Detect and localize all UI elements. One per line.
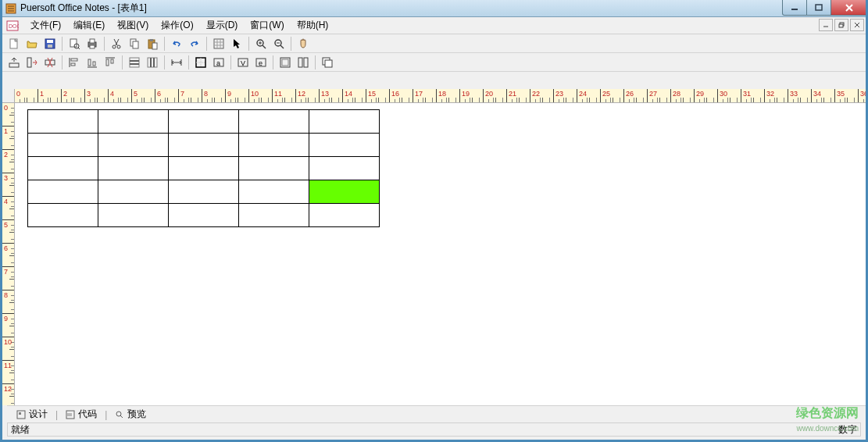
table-cell[interactable] xyxy=(239,180,309,204)
distribute-v-button[interactable] xyxy=(144,55,161,70)
field-e-button[interactable]: e xyxy=(252,55,270,70)
delete-row-button[interactable] xyxy=(41,55,59,70)
table-cell[interactable] xyxy=(169,180,239,204)
grid-toggle-button[interactable] xyxy=(210,36,227,52)
close-button[interactable] xyxy=(830,0,868,16)
svg-rect-68 xyxy=(282,59,288,66)
span-width-button[interactable] xyxy=(168,55,185,70)
save-button[interactable] xyxy=(41,36,59,52)
tab-design[interactable]: 设计 xyxy=(12,406,52,422)
insert-right-button[interactable] xyxy=(23,55,41,70)
maximize-button[interactable] xyxy=(806,0,831,16)
distribute-h-button[interactable] xyxy=(126,55,143,70)
menu-view[interactable]: 视图(V) xyxy=(111,17,155,34)
field-v-button[interactable]: V xyxy=(234,55,252,70)
table-cell[interactable] xyxy=(28,134,98,157)
status-text: 就绪 xyxy=(11,423,30,437)
menu-operate[interactable]: 操作(O) xyxy=(155,17,199,34)
new-file-button[interactable] xyxy=(5,36,23,52)
ruler-h-tick: 22 xyxy=(530,89,554,102)
layout-1-button[interactable] xyxy=(277,55,294,70)
ruler-h-tick: 1 xyxy=(38,89,62,102)
table-cell[interactable] xyxy=(309,204,380,227)
table-cell[interactable] xyxy=(239,157,309,180)
tab-preview[interactable]: 预览 xyxy=(110,406,151,422)
table-cell[interactable] xyxy=(98,180,169,204)
minimize-button[interactable] xyxy=(782,0,807,16)
table-cell[interactable] xyxy=(169,110,239,134)
table-cell[interactable] xyxy=(28,157,98,180)
undo-button[interactable] xyxy=(168,36,185,52)
menu-window[interactable]: 窗口(W) xyxy=(244,17,290,34)
copy-button[interactable] xyxy=(126,36,143,52)
design-icon xyxy=(16,410,26,419)
table-cell[interactable] xyxy=(169,157,239,180)
view-tabs: 设计 | 代码 | 预览 xyxy=(7,405,866,422)
form-table[interactable] xyxy=(27,109,380,227)
svg-rect-17 xyxy=(90,45,95,48)
align-left-button[interactable] xyxy=(66,55,83,70)
window-cascade-button[interactable] xyxy=(319,55,336,70)
ruler-h-tick: 21 xyxy=(507,89,530,102)
ruler-h-tick: 4 xyxy=(109,89,132,102)
ruler-h-tick: 13 xyxy=(320,89,343,102)
ruler-h-tick: 17 xyxy=(413,89,437,102)
mdi-minimize-button[interactable] xyxy=(819,19,833,31)
menu-help[interactable]: 帮助(H) xyxy=(291,17,335,34)
table-cell[interactable] xyxy=(28,110,98,134)
svg-rect-12 xyxy=(70,39,77,47)
pointer-button[interactable] xyxy=(228,36,245,52)
ruler-vertical[interactable]: 01234567891011121314 xyxy=(2,103,15,405)
table-cell[interactable] xyxy=(28,180,98,204)
insert-above-button[interactable] xyxy=(5,55,23,70)
mdi-restore-button[interactable] xyxy=(834,19,848,31)
align-top-button[interactable] xyxy=(102,55,119,70)
mdi-close-button[interactable] xyxy=(850,19,864,31)
table-cell[interactable] xyxy=(239,204,309,227)
svg-rect-47 xyxy=(106,59,109,66)
print-button[interactable] xyxy=(84,36,101,52)
paste-button[interactable] xyxy=(144,36,161,52)
zoom-out-button[interactable] xyxy=(270,36,288,52)
cut-button[interactable] xyxy=(108,36,125,52)
ruler-v-tick: 6 xyxy=(2,244,14,267)
table-cell-selected[interactable] xyxy=(309,180,380,204)
ruler-horizontal[interactable]: 0123456789101112131415161718192021222324… xyxy=(15,89,866,103)
preview-icon xyxy=(115,410,124,419)
svg-rect-11 xyxy=(48,45,52,48)
ruler-h-tick: 2 xyxy=(62,89,85,102)
titlebar: Puersoft Office Notes - [表单1] xyxy=(0,0,868,17)
redo-button[interactable] xyxy=(186,36,203,52)
table-cell[interactable] xyxy=(239,110,309,134)
window-controls xyxy=(783,0,868,16)
svg-rect-7 xyxy=(839,24,843,27)
statusbar: 就绪 数字 xyxy=(7,422,861,437)
tab-code[interactable]: 代码 xyxy=(61,406,102,422)
table-cell[interactable] xyxy=(98,134,169,157)
table-cell[interactable] xyxy=(98,204,169,227)
table-cell[interactable] xyxy=(309,110,380,134)
table-cell[interactable] xyxy=(309,134,380,157)
menu-display[interactable]: 显示(D) xyxy=(200,17,245,34)
design-canvas[interactable] xyxy=(15,103,866,405)
table-cell[interactable] xyxy=(169,134,239,157)
svg-rect-50 xyxy=(130,60,139,62)
table-cell[interactable] xyxy=(98,110,169,134)
ruler-v-tick: 4 xyxy=(2,197,14,220)
table-cell[interactable] xyxy=(98,157,169,180)
border-outline-button[interactable] xyxy=(192,55,209,70)
align-bottom-button[interactable] xyxy=(84,55,101,70)
menu-edit[interactable]: 编辑(E) xyxy=(67,17,111,34)
table-cell[interactable] xyxy=(239,134,309,157)
menu-file[interactable]: 文件(F) xyxy=(24,17,67,34)
hand-tool-button[interactable] xyxy=(295,36,312,52)
table-cell[interactable] xyxy=(309,157,380,180)
zoom-in-button[interactable] xyxy=(252,36,270,52)
open-button[interactable] xyxy=(23,36,41,52)
table-cell[interactable] xyxy=(169,204,239,227)
table-cell[interactable] xyxy=(28,204,98,227)
field-a-button[interactable]: a xyxy=(210,55,227,70)
layout-2-button[interactable] xyxy=(295,55,312,70)
svg-rect-51 xyxy=(130,63,139,65)
print-preview-button[interactable] xyxy=(66,36,83,52)
